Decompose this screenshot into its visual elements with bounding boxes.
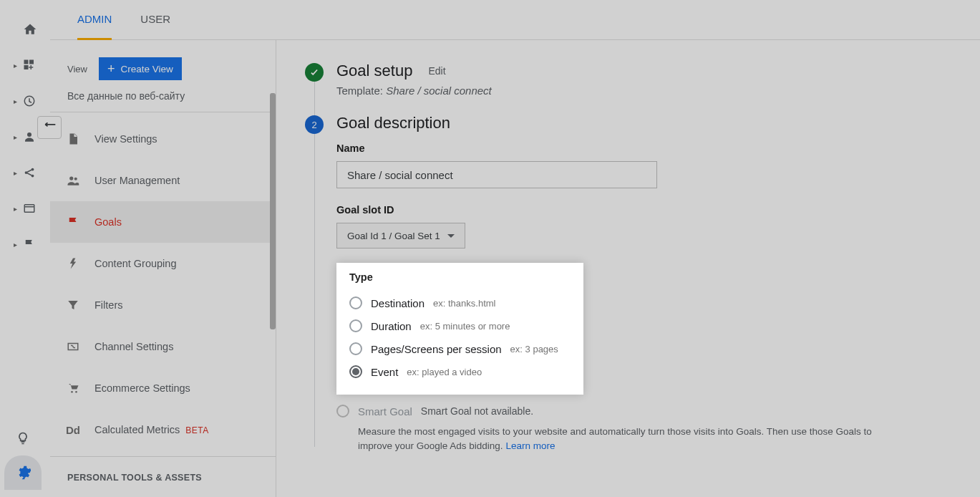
smart-goal-note: Smart Goal not available. bbox=[421, 405, 533, 417]
rail-realtime[interactable]: ▸ bbox=[0, 83, 50, 119]
svg-rect-1 bbox=[29, 60, 34, 64]
radio-icon bbox=[349, 319, 362, 332]
scrollbar-thumb[interactable] bbox=[270, 93, 276, 329]
gear-icon bbox=[15, 465, 31, 481]
svg-point-9 bbox=[69, 176, 73, 180]
type-option-smart-goal: Smart Goal Smart Goal not available. bbox=[336, 395, 951, 418]
name-label: Name bbox=[336, 143, 951, 154]
svg-point-10 bbox=[74, 178, 77, 180]
radio-disabled-icon bbox=[336, 405, 349, 418]
rail-admin[interactable] bbox=[4, 455, 42, 490]
rail-behavior[interactable]: ▸ bbox=[0, 190, 50, 226]
step-goal-description: 2 Goal description Name Goal slot ID Goa… bbox=[305, 114, 951, 454]
beta-badge: BETA bbox=[185, 425, 208, 435]
svg-point-13 bbox=[75, 391, 77, 393]
dd-icon: Dd bbox=[64, 424, 82, 436]
view-item-label: View Settings bbox=[94, 133, 157, 145]
view-item-label: Ecommerce Settings bbox=[94, 382, 190, 394]
people-icon bbox=[64, 174, 82, 187]
admin-tabs: ADMIN USER bbox=[50, 0, 980, 40]
chevron-right-icon: ▸ bbox=[11, 133, 19, 140]
channel-icon bbox=[64, 340, 82, 353]
radio-icon bbox=[349, 342, 362, 355]
chevron-right-icon: ▸ bbox=[11, 62, 19, 69]
type-option-pages[interactable]: Pages/Screens per session ex: 3 pages bbox=[349, 337, 571, 360]
step-goal-setup: Goal setup Edit Template: Share / social… bbox=[305, 62, 951, 97]
person-icon bbox=[23, 130, 36, 143]
cart-icon bbox=[64, 382, 82, 395]
left-rail-nav: ▸ ▸ ▸ ▸ ▸ bbox=[0, 0, 50, 497]
flag-icon bbox=[64, 215, 82, 229]
plus-icon: + bbox=[107, 62, 115, 75]
view-item-user-management[interactable]: User Management bbox=[50, 160, 276, 201]
type-option-label: Destination bbox=[371, 297, 424, 309]
view-item-label: Channel Settings bbox=[94, 341, 173, 352]
flag-icon bbox=[23, 238, 36, 251]
clock-icon bbox=[23, 95, 36, 107]
chevron-down-icon bbox=[447, 234, 455, 238]
back-button[interactable] bbox=[37, 116, 62, 139]
type-label: Type bbox=[349, 271, 571, 283]
rail-conversions[interactable]: ▸ bbox=[0, 226, 50, 262]
svg-point-4 bbox=[27, 132, 31, 137]
slot-label: Goal slot ID bbox=[336, 204, 951, 216]
rail-home[interactable]: ▸ bbox=[0, 11, 50, 47]
view-item-goals[interactable]: Goals bbox=[50, 201, 276, 243]
document-icon bbox=[64, 132, 82, 146]
chevron-right-icon: ▸ bbox=[11, 205, 19, 212]
rail-customization[interactable]: ▸ bbox=[0, 47, 50, 83]
goal-slot-select[interactable]: Goal Id 1 / Goal Set 1 bbox=[336, 223, 465, 248]
svg-point-12 bbox=[71, 391, 73, 393]
view-panel: View + Create View Все данные по веб-сай… bbox=[50, 40, 276, 497]
slot-selected-value: Goal Id 1 / Goal Set 1 bbox=[347, 231, 440, 241]
smart-goal-description: Measure the most engaged visits to your … bbox=[336, 425, 895, 454]
svg-rect-2 bbox=[24, 65, 29, 69]
step-title: Goal description bbox=[336, 114, 951, 132]
type-selector-card: Type Destination ex: thanks.html Duratio… bbox=[336, 263, 583, 395]
personal-tools-heading: PERSONAL TOOLS & ASSETS bbox=[50, 456, 276, 491]
edit-goal-setup[interactable]: Edit bbox=[428, 65, 445, 77]
radio-icon bbox=[349, 296, 362, 309]
checkmark-icon bbox=[305, 63, 324, 82]
step-number-badge: 2 bbox=[305, 115, 324, 134]
goal-name-input[interactable] bbox=[336, 161, 657, 188]
lightbulb-icon bbox=[16, 431, 30, 445]
type-option-label: Duration bbox=[371, 320, 412, 332]
view-column-label: View bbox=[67, 64, 87, 74]
template-line: Template: Share / social connect bbox=[336, 85, 951, 97]
smart-goal-label: Smart Goal bbox=[358, 405, 412, 418]
window-icon bbox=[23, 202, 36, 215]
goal-editor: Goal setup Edit Template: Share / social… bbox=[276, 40, 980, 497]
learn-more-link[interactable]: Learn more bbox=[505, 440, 555, 451]
tab-user[interactable]: USER bbox=[140, 0, 170, 40]
type-option-event[interactable]: Event ex: played a video bbox=[349, 360, 571, 383]
svg-rect-8 bbox=[24, 205, 34, 213]
type-option-example: ex: 3 pages bbox=[510, 344, 558, 354]
chevron-right-icon: ▸ bbox=[11, 97, 19, 105]
view-item-calculated-metrics[interactable]: Dd Calculated Metrics BETA bbox=[50, 409, 276, 450]
create-view-label: Create View bbox=[120, 64, 173, 74]
view-item-content-grouping[interactable]: Content Grouping bbox=[50, 243, 276, 284]
rail-discover[interactable] bbox=[4, 421, 42, 455]
tab-admin[interactable]: ADMIN bbox=[77, 0, 112, 40]
type-option-destination[interactable]: Destination ex: thanks.html bbox=[349, 291, 571, 314]
view-item-filters[interactable]: Filters bbox=[50, 284, 276, 326]
type-option-duration[interactable]: Duration ex: 5 minutes or more bbox=[349, 314, 571, 337]
type-option-example: ex: thanks.html bbox=[433, 298, 495, 309]
share-icon bbox=[23, 166, 36, 179]
step-title: Goal setup bbox=[336, 62, 412, 80]
view-item-view-settings[interactable]: View Settings bbox=[50, 118, 276, 160]
view-item-channel-settings[interactable]: Channel Settings bbox=[50, 326, 276, 367]
home-icon bbox=[23, 22, 37, 37]
rail-acquisition[interactable]: ▸ bbox=[0, 155, 50, 190]
radio-checked-icon bbox=[349, 365, 362, 378]
view-item-ecommerce-settings[interactable]: Ecommerce Settings bbox=[50, 367, 276, 409]
type-option-example: ex: played a video bbox=[407, 367, 482, 377]
back-arrow-icon bbox=[42, 122, 57, 132]
type-option-example: ex: 5 minutes or more bbox=[420, 321, 510, 332]
type-option-label: Pages/Screens per session bbox=[371, 343, 502, 355]
view-item-label: Filters bbox=[94, 299, 122, 311]
view-item-label: Goals bbox=[94, 216, 122, 228]
create-view-button[interactable]: + Create View bbox=[99, 57, 182, 80]
view-selector[interactable]: Все данные по веб-сайту bbox=[50, 86, 276, 112]
